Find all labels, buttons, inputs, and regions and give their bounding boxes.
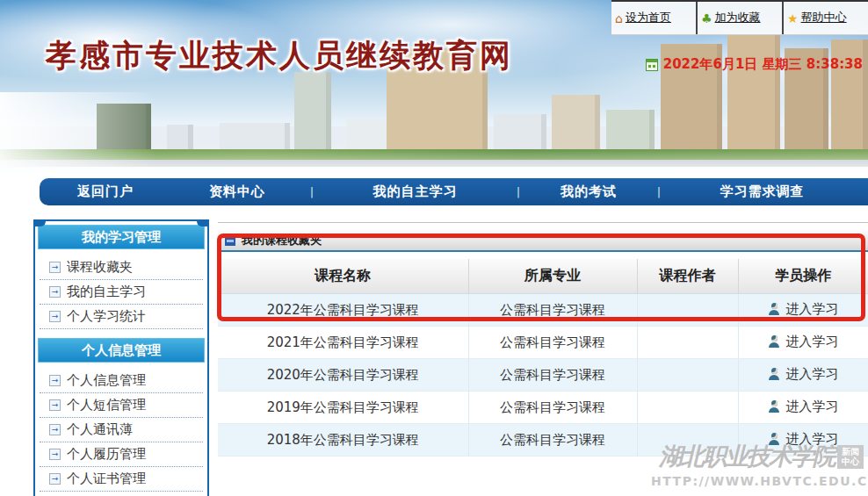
- sidebar-item-label: 个人学习统计: [67, 308, 146, 325]
- arrow-icon: →: [49, 311, 61, 322]
- arrow-icon: →: [49, 399, 61, 411]
- sidebar-item-label: 个人履历管理: [67, 446, 146, 463]
- enter-study-label: 进入学习: [785, 301, 838, 318]
- arrow-icon: →: [49, 375, 61, 386]
- sidebar-item-label: 课程收藏夹: [67, 259, 133, 276]
- sidebar-item-personal-info[interactable]: →个人信息管理: [40, 369, 203, 393]
- building: [220, 123, 290, 149]
- cell-action: 进入学习: [738, 294, 868, 327]
- sidebar-item-label: 个人信息管理: [67, 372, 146, 389]
- cell-author: [637, 327, 738, 359]
- calendar-icon: [646, 59, 658, 71]
- sidebar-section-list: →课程收藏夹→我的自主学习→个人学习统计: [40, 255, 203, 329]
- city-skyline-image: [0, 92, 868, 167]
- cell-author: [637, 392, 738, 424]
- arrow-icon: →: [49, 262, 61, 273]
- nav-item-resource-center[interactable]: 资料中心: [171, 183, 303, 200]
- enter-study-label: 进入学习: [785, 334, 838, 350]
- sidebar-section-list: →个人信息管理→个人短信管理→个人通讯薄→个人履历管理→个人证书管理: [40, 369, 203, 492]
- sidebar-item-sms[interactable]: →个人短信管理: [40, 393, 203, 418]
- column-header: 课程名称: [218, 259, 468, 294]
- column-header: 课程作者: [637, 259, 738, 294]
- skyline-trees-band: [0, 149, 868, 160]
- sidebar-item-course-favorites[interactable]: →课程收藏夹: [40, 255, 203, 280]
- building: [727, 35, 780, 149]
- content-panel: 我的课程收藏夹 课程名称所属专业课程作者学员操作 2022年公需科目学习课程公需…: [218, 222, 868, 456]
- cell-course-name: 2021年公需科目学习课程: [218, 327, 468, 359]
- site-header: 孝感市专业技术人员继续教育网 ⌂设为首页♣加为收藏★帮助中心 2022年6月1日…: [0, 0, 868, 176]
- nav-item-my-exam[interactable]: 我的考试: [527, 183, 650, 200]
- sidebar-item-label: 我的自主学习: [67, 284, 146, 300]
- top-link-set-home[interactable]: ⌂设为首页: [611, 2, 696, 34]
- cell-major: 公需科目学习课程: [468, 359, 637, 392]
- cell-major: 公需科目学习课程: [468, 424, 637, 456]
- top-link-label: 加为收藏: [715, 11, 764, 25]
- sidebar-item-study-stats[interactable]: →个人学习统计: [40, 305, 203, 329]
- nav-item-self-study[interactable]: 我的自主学习: [321, 183, 510, 200]
- nav-item-portal[interactable]: 返回门户: [40, 183, 171, 200]
- enter-study-link[interactable]: 进入学习: [768, 334, 838, 350]
- arrow-icon: →: [49, 424, 61, 435]
- cell-author: [637, 359, 738, 392]
- cell-course-name: 2018年公需科目学习课程: [218, 424, 468, 456]
- cell-author: [637, 294, 738, 327]
- nav-separator: |: [303, 185, 321, 198]
- sidebar-item-self-study[interactable]: →我的自主学习: [40, 280, 203, 305]
- enter-study-label: 进入学习: [785, 399, 838, 415]
- watermark-badge: 新闻 中心: [837, 445, 864, 469]
- building: [494, 114, 546, 149]
- page: 孝感市专业技术人员继续教育网 ⌂设为首页♣加为收藏★帮助中心 2022年6月1日…: [0, 0, 868, 496]
- skyline-road-band: [0, 160, 868, 167]
- top-link-add-favorite[interactable]: ♣加为收藏: [696, 2, 782, 34]
- nav-separator: |: [650, 185, 668, 198]
- top-link-label: 设为首页: [626, 11, 675, 25]
- sidebar-section-title-1: 个人信息管理: [38, 338, 205, 363]
- top-link-label: 帮助中心: [801, 11, 850, 25]
- table-row: 2021年公需科目学习课程公需科目学习课程进入学习: [218, 327, 868, 359]
- cell-major: 公需科目学习课程: [468, 327, 637, 359]
- cell-major: 公需科目学习课程: [468, 294, 637, 327]
- table-header-row: 课程名称所属专业课程作者学员操作: [218, 259, 868, 294]
- sidebar-item-label: 个人通讯薄: [67, 421, 133, 438]
- column-header: 学员操作: [738, 259, 868, 294]
- watermark-text: 湖北职业技术学院: [659, 441, 835, 472]
- arrow-icon: →: [49, 286, 61, 298]
- sidebar-item-resume[interactable]: →个人履历管理: [40, 442, 203, 467]
- nav-separator: |: [510, 185, 527, 198]
- sidebar-item-certificates[interactable]: →个人证书管理: [40, 467, 203, 492]
- nav-item-survey[interactable]: 学习需求调查: [668, 183, 857, 200]
- sidebar-section-title-0: 我的学习管理: [38, 225, 205, 249]
- building: [294, 72, 331, 149]
- panel-titlebar: 我的课程收藏夹: [218, 230, 868, 252]
- cell-action: 进入学习: [738, 327, 868, 359]
- enter-study-link[interactable]: 进入学习: [768, 301, 838, 318]
- enter-study-label: 进入学习: [785, 366, 838, 383]
- sidebar-item-contacts[interactable]: →个人通讯薄: [40, 418, 203, 442]
- cell-course-name: 2019年公需科目学习课程: [218, 392, 468, 424]
- person-icon: [768, 368, 781, 380]
- enter-study-link[interactable]: 进入学习: [768, 399, 838, 415]
- cell-major: 公需科目学习课程: [468, 392, 637, 424]
- site-title: 孝感市专业技术人员继续教育网: [46, 35, 513, 76]
- top-links: ⌂设为首页♣加为收藏★帮助中心: [611, 0, 868, 35]
- building: [606, 110, 655, 149]
- sidebar-item-label: 个人证书管理: [67, 471, 146, 487]
- building: [552, 95, 600, 149]
- top-link-help-center[interactable]: ★帮助中心: [782, 2, 868, 34]
- sidebar-item-label: 个人短信管理: [67, 397, 146, 413]
- enter-study-link[interactable]: 进入学习: [768, 366, 838, 383]
- arrow-icon: →: [49, 473, 61, 485]
- help-star-icon: ★: [787, 12, 799, 25]
- panel-icon: [225, 235, 235, 246]
- main-nav: 返回门户资料中心|我的自主学习|我的考试|学习需求调查: [40, 178, 868, 205]
- cell-action: 进入学习: [738, 392, 868, 424]
- panel-title: 我的课程收藏夹: [242, 233, 322, 248]
- column-header: 所属专业: [468, 259, 637, 294]
- watermark-url: HTTP://WWW.HBVTC.EDU.CN: [651, 474, 864, 488]
- table-row: 2020年公需科目学习课程公需科目学习课程进入学习: [218, 359, 868, 392]
- table-row: 2022年公需科目学习课程公需科目学习课程进入学习: [218, 294, 868, 327]
- courses-table: 课程名称所属专业课程作者学员操作 2022年公需科目学习课程公需科目学习课程进入…: [218, 259, 868, 456]
- home-icon: ⌂: [615, 12, 623, 25]
- arrow-icon: →: [49, 449, 61, 460]
- person-icon: [768, 400, 781, 413]
